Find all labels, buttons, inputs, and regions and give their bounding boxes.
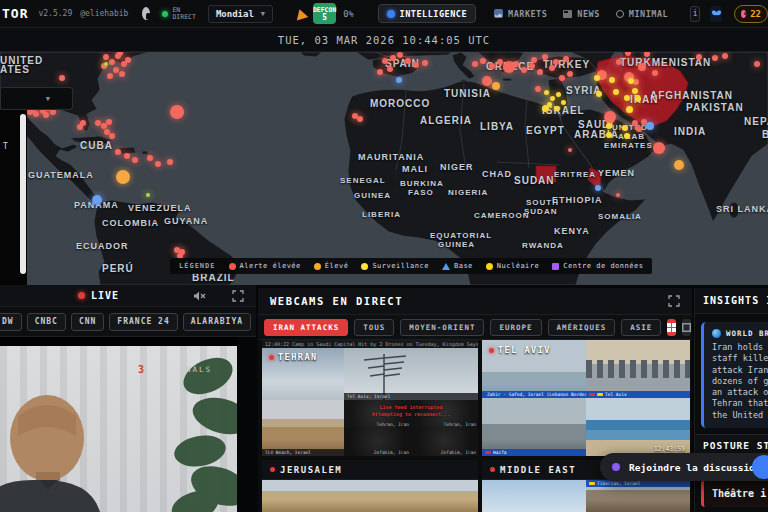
map-alert-marker[interactable]: [147, 155, 153, 161]
map-alert-marker[interactable]: [377, 69, 383, 75]
webcam-cell-jerusalem[interactable]: JERUSALEM: [262, 460, 478, 512]
theatre-card[interactable]: Théâtre i: [701, 480, 768, 507]
map-alert-marker[interactable]: [513, 61, 519, 67]
map-alert-marker[interactable]: [594, 75, 600, 81]
map-alert-marker[interactable]: [492, 82, 500, 90]
nav-markets-button[interactable]: MARKETS: [486, 4, 555, 23]
filter-tab-ameriques[interactable]: AMÉRIQUES: [548, 319, 616, 336]
map-alert-marker[interactable]: [652, 70, 658, 76]
scrollbar[interactable]: [20, 114, 26, 274]
map-alert-marker[interactable]: [387, 66, 393, 72]
map-alert-marker[interactable]: [559, 75, 565, 81]
single-view-button[interactable]: [682, 319, 691, 336]
map-alert-marker[interactable]: [109, 133, 115, 139]
map-alert-marker[interactable]: [472, 61, 478, 67]
map-alert-marker[interactable]: [674, 160, 684, 170]
map-alert-marker[interactable]: [712, 55, 718, 61]
map-alert-marker[interactable]: [43, 112, 49, 118]
map-alert-marker[interactable]: [59, 75, 65, 81]
channel-tab-dw[interactable]: DW: [0, 313, 22, 331]
nav-news-button[interactable]: NEWS: [555, 4, 607, 23]
map-alert-marker[interactable]: [595, 185, 601, 191]
map-alert-marker[interactable]: [104, 62, 108, 66]
map-alert-marker[interactable]: [636, 126, 642, 132]
map-alert-marker[interactable]: [92, 195, 102, 205]
map-alert-marker[interactable]: [568, 148, 572, 152]
map-alert-marker[interactable]: [106, 119, 112, 125]
map-alert-marker[interactable]: [635, 96, 641, 102]
live-video-frame[interactable]: 3 NALS: [0, 337, 256, 512]
map-alert-marker[interactable]: [124, 153, 130, 159]
map-alert-marker[interactable]: [553, 59, 559, 65]
webcam-tile-desert[interactable]: [262, 480, 478, 512]
map-alert-marker[interactable]: [722, 53, 728, 59]
map-alert-marker[interactable]: [480, 58, 486, 64]
map-alert-marker[interactable]: [125, 57, 131, 63]
map-alert-marker[interactable]: [119, 71, 125, 77]
scope-select[interactable]: Mondial ▼: [208, 5, 273, 23]
map-alert-marker[interactable]: [529, 63, 535, 69]
filter-tab-europe[interactable]: EUROPE: [490, 319, 541, 336]
map-alert-marker[interactable]: [170, 105, 184, 119]
map-alert-marker[interactable]: [754, 61, 760, 67]
map-alert-marker[interactable]: [622, 125, 628, 131]
map-alert-marker[interactable]: [604, 111, 616, 123]
webcam-tile-antenna[interactable]: Tel Aviv, Israel: [344, 348, 478, 400]
webcam-tile-nightvision[interactable]: Zefahim, Iran: [344, 428, 411, 456]
map-alert-marker[interactable]: [549, 65, 555, 71]
map-alert-marker[interactable]: [357, 116, 363, 122]
map-alert-marker[interactable]: [482, 76, 492, 86]
map-alert-marker[interactable]: [396, 77, 402, 83]
map-alert-marker[interactable]: [544, 90, 549, 95]
author-handle[interactable]: @eliehabib: [80, 9, 128, 18]
filter-tab-tous[interactable]: TOUS: [354, 319, 394, 336]
map-alert-marker[interactable]: [422, 60, 428, 66]
map-alert-marker[interactable]: [624, 95, 630, 101]
webcam-tile-beach[interactable]: TLV Beach, Israel: [262, 400, 344, 456]
join-discussion-button[interactable]: Rejoindre la discussion: [600, 453, 768, 481]
map-alert-marker[interactable]: [489, 63, 495, 69]
map-alert-marker[interactable]: [397, 52, 403, 58]
map-alert-marker[interactable]: [606, 123, 612, 129]
map-alert-marker[interactable]: [646, 122, 654, 130]
map-alert-marker[interactable]: [632, 120, 638, 126]
map-alert-marker[interactable]: [626, 106, 633, 113]
map-alert-marker[interactable]: [167, 159, 173, 165]
map-alert-marker[interactable]: [33, 111, 39, 117]
defcon-badge[interactable]: DEFCON5: [313, 3, 336, 24]
map-alert-marker[interactable]: [561, 100, 566, 105]
map-alert-marker[interactable]: [405, 58, 411, 64]
filter-tab-moyen-orient[interactable]: MOYEN-ORIENT: [400, 319, 484, 336]
map-alert-marker[interactable]: [606, 132, 612, 138]
filter-tab-asie[interactable]: ASIE: [621, 319, 661, 336]
channel-tab-cnn[interactable]: CNN: [71, 313, 104, 331]
map-alert-marker[interactable]: [113, 67, 119, 73]
webcam-cell-tehran[interactable]: 12:40:22 Camp in Saudi Capital Hit by 2 …: [262, 340, 478, 456]
fullscreen-icon[interactable]: [668, 295, 680, 307]
webcam-tile-mountain[interactable]: Tiberias, Israel: [586, 480, 690, 512]
map-alert-marker[interactable]: [554, 106, 559, 111]
map-alert-marker[interactable]: [628, 78, 634, 84]
map-alert-marker[interactable]: [132, 157, 138, 163]
nav-intelligence-button[interactable]: INTELLIGENCE: [378, 4, 476, 23]
webcam-tile-street[interactable]: Haifa: [482, 398, 586, 456]
world-brief-card[interactable]: WORLD BRIEF Iran holds mstaff killedatta…: [701, 322, 768, 428]
channel-tab-france24[interactable]: FRANCE 24: [109, 313, 177, 331]
info-button[interactable]: i: [690, 6, 700, 22]
map-alert-marker[interactable]: [382, 58, 388, 64]
map-alert-marker[interactable]: [542, 105, 549, 112]
map-alert-marker[interactable]: [116, 170, 130, 184]
webcam-cell-telaviv[interactable]: TEL AVIV Zahir - Safed, Israel (Lebanon …: [482, 340, 690, 456]
map-alert-marker[interactable]: [609, 77, 615, 83]
discussion-avatar-button[interactable]: [752, 455, 768, 479]
filter-tab-iran-attacks[interactable]: IRAN ATTACKS: [264, 319, 348, 336]
nav-minimal-button[interactable]: MINIMAL: [608, 4, 676, 23]
streak-counter-badge[interactable]: 22: [734, 5, 768, 23]
map-alert-marker[interactable]: [535, 86, 541, 92]
map-alert-marker[interactable]: [613, 89, 619, 95]
speaker-muted-icon[interactable]: [193, 291, 206, 301]
map-alert-marker[interactable]: [146, 193, 150, 197]
map-alert-marker[interactable]: [497, 59, 503, 65]
map-alert-marker[interactable]: [624, 133, 630, 139]
map-alert-marker[interactable]: [542, 54, 548, 60]
